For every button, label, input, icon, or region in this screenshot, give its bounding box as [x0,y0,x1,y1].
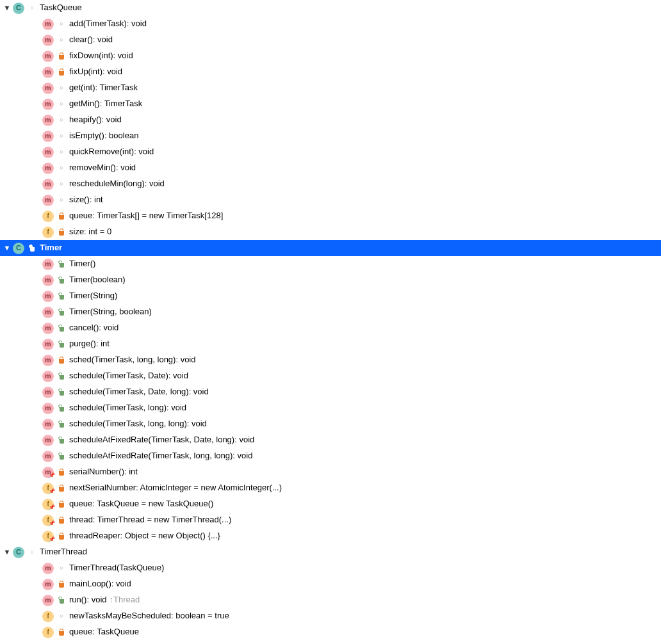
expand-arrow-icon[interactable]: ▼ [3,243,12,253]
member-row[interactable]: ▼misEmpty(): boolean [0,128,661,144]
spacer: ▼ [32,211,41,221]
member-label: rescheduleMin(long): void [69,178,165,189]
method-icon: m [42,563,54,574]
member-row[interactable]: ▼mremoveMin(): void [0,160,661,176]
method-icon: m [42,435,54,446]
class-row[interactable]: ▼CTimerThread [0,544,661,560]
member-label: serialNumber(): int [69,466,138,478]
member-row[interactable]: ▼msize(): int [0,192,661,208]
class-row[interactable]: ▼CTaskQueue [0,0,661,16]
spacer: ▼ [32,483,41,493]
member-row[interactable]: ▼mrun(): void↑Thread [0,592,661,608]
member-row[interactable]: ▼mTimer(boolean) [0,272,661,288]
class-row[interactable]: ▼CTimer [0,240,661,256]
method-icon: m [42,339,54,350]
member-label: size(): int [69,194,103,205]
member-row[interactable]: ▼mcancel(): void [0,320,661,336]
expand-arrow-icon[interactable]: ▼ [3,3,12,13]
member-row[interactable]: ▼f📌nextSerialNumber: AtomicInteger = new… [0,480,661,496]
member-label: run(): void [69,594,107,606]
visibility-package-icon [58,181,65,188]
member-row[interactable]: ▼mschedule(TimerTask, Date, long): void [0,384,661,400]
visibility-package-icon [58,197,65,204]
member-label: schedule(TimerTask, Date): void [69,370,188,382]
visibility-private-icon [58,517,65,524]
spacer: ▼ [32,627,41,637]
visibility-public-icon [58,597,65,604]
member-row[interactable]: ▼mTimer(String) [0,288,661,304]
member-label: add(TimerTask): void [69,18,147,29]
member-row[interactable]: ▼fnewTasksMayBeScheduled: boolean = true [0,608,661,624]
member-row[interactable]: ▼mfixDown(int): void [0,48,661,64]
member-row[interactable]: ▼mschedule(TimerTask, Date): void [0,368,661,384]
method-icon: m [42,595,54,606]
member-row[interactable]: ▼mpurge(): int [0,336,661,352]
class-name-label: Timer [40,242,62,254]
member-label: queue: TaskQueue = new TaskQueue() [69,498,213,510]
member-row[interactable]: ▼f📌thread: TimerThread = new TimerThread… [0,512,661,528]
method-icon: m [42,259,54,270]
field-icon: f [42,227,54,238]
member-extra-label: ↑Thread [110,594,140,606]
visibility-package-icon [28,4,36,12]
visibility-private-icon [58,68,65,76]
member-row[interactable]: ▼mmainLoop(): void [0,576,661,592]
pin-overlay-icon: 📌 [49,520,55,527]
member-row[interactable]: ▼fqueue: TimerTask[] = new TimerTask[128… [0,208,661,224]
member-row[interactable]: ▼mquickRemove(int): void [0,144,661,160]
spacer: ▼ [32,563,41,573]
member-row[interactable]: ▼fsize: int = 0 [0,224,661,240]
member-row[interactable]: ▼f📌threadReaper: Object = new Object() {… [0,528,661,544]
member-label: Timer(String, boolean) [69,306,152,318]
visibility-private-icon [58,469,65,476]
member-row[interactable]: ▼mgetMin(): TimerTask [0,96,661,112]
member-label: Timer(boolean) [69,274,126,286]
member-row[interactable]: ▼mrescheduleMin(long): void [0,176,661,192]
expand-arrow-icon[interactable]: ▼ [3,547,12,557]
method-icon: m [42,19,54,30]
spacer: ▼ [32,339,41,349]
method-icon: m [42,179,54,190]
field-icon: f [42,211,54,222]
spacer: ▼ [32,147,41,157]
visibility-private-icon [58,485,65,492]
member-row[interactable]: ▼mfixUp(int): void [0,64,661,80]
member-row[interactable]: ▼mheapify(): void [0,112,661,128]
visibility-public-icon [58,437,65,444]
method-icon: m [42,291,54,302]
method-icon: m [42,99,54,110]
member-row[interactable]: ▼mTimerThread(TaskQueue) [0,560,661,576]
member-row[interactable]: ▼mclear(): void [0,32,661,48]
field-icon: f [42,611,54,622]
method-icon: m [42,419,54,430]
member-row[interactable]: ▼msched(TimerTask, long, long): void [0,352,661,368]
member-label: schedule(TimerTask, long): void [69,402,186,414]
member-row[interactable]: ▼fqueue: TaskQueue [0,624,661,640]
visibility-package-icon [58,101,65,108]
member-label: purge(): int [69,338,110,350]
spacer: ▼ [32,403,41,413]
method-icon: m [42,67,54,78]
field-icon: f📌 [42,515,54,526]
member-row[interactable]: ▼mscheduleAtFixedRate(TimerTask, Date, l… [0,432,661,448]
visibility-private-icon [58,357,65,364]
visibility-public-icon [58,453,65,460]
member-label: thread: TimerThread = new TimerThread(..… [69,514,231,526]
member-row[interactable]: ▼mTimer(String, boolean) [0,304,661,320]
member-row[interactable]: ▼mschedule(TimerTask, long): void [0,400,661,416]
member-row[interactable]: ▼f📌queue: TaskQueue = new TaskQueue() [0,496,661,512]
member-row[interactable]: ▼mTimer() [0,256,661,272]
member-row[interactable]: ▼mscheduleAtFixedRate(TimerTask, long, l… [0,448,661,464]
member-label: schedule(TimerTask, long, long): void [69,418,207,430]
member-row[interactable]: ▼madd(TimerTask): void [0,16,661,32]
spacer: ▼ [32,179,41,189]
member-row[interactable]: ▼m📌serialNumber(): int [0,464,661,480]
member-label: schedule(TimerTask, Date, long): void [69,386,209,398]
spacer: ▼ [32,195,41,205]
method-icon: m [42,275,54,286]
member-row[interactable]: ▼mschedule(TimerTask, long, long): void [0,416,661,432]
class-icon: C [13,547,24,558]
spacer: ▼ [32,307,41,317]
member-row[interactable]: ▼mget(int): TimerTask [0,80,661,96]
spacer: ▼ [32,83,41,93]
